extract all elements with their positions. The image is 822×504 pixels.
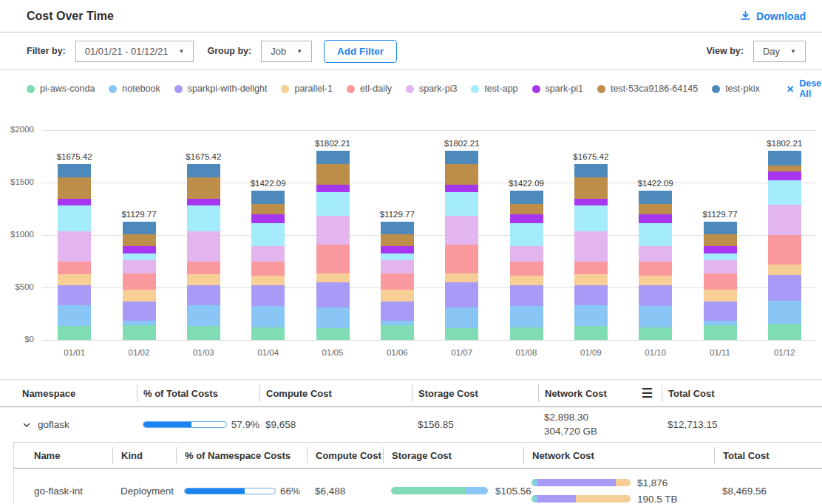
cost-over-time-chart: $2000$1500$1000$500$0$1675.4201/01$1129.… [0,105,822,361]
bar-segment-parallel-1 [316,273,350,282]
bar-segment-etl-daily [316,245,350,273]
bar-segment-test-53ca9186-64145 [251,204,285,214]
bar-segment-pi-aws-conda [768,324,801,340]
legend-item-test-53ca9186-64145[interactable]: test-53ca9186-64145 [597,84,698,94]
col-storage-cost: Storage Cost [412,384,538,402]
legend-item-spark-pi1[interactable]: spark-pi1 [532,84,583,94]
legend-label: notebook [122,84,160,94]
col-compute-cost: Compute Cost [259,384,412,402]
bar-segment-test-app [768,180,801,205]
legend-item-test-app[interactable]: test-app [471,84,517,94]
bar-01/10[interactable]: $1422.09 [639,179,673,340]
bar-01/04[interactable]: $1422.09 [251,179,285,340]
legend-item-spark-pi3[interactable]: spark-pi3 [406,84,457,94]
legend-label: spark-pi3 [419,84,457,94]
page-title: Cost Over Time [27,10,114,23]
x-axis-tick: 01/12 [753,348,816,357]
bar-total-label: $1422.09 [509,179,544,188]
bar-total-label: $1802.21 [444,139,480,148]
chart-legend: pi-aws-condanotebooksparkpi-with-delight… [0,70,822,105]
bar-01/02[interactable]: $1129.77 [122,210,156,340]
bar-segment-sparkpi-with-delight [639,285,672,306]
bar-segment-parallel-1 [510,276,543,285]
legend-label: spark-pi1 [546,84,583,94]
table-row[interactable]: go-flask-int Deployment 66% $6,488 $105.… [14,469,822,504]
bar-stack [639,191,672,340]
bar-segment-pi-aws-conda [187,326,220,340]
group-by-dropdown[interactable]: Job ▼ [261,41,312,62]
x-axis-tick: 01/11 [688,348,752,357]
view-by-dropdown[interactable]: Day ▼ [753,41,806,62]
bar-segment-spark-pi3 [58,231,91,262]
legend-item-pi-aws-conda[interactable]: pi-aws-conda [27,84,95,94]
bar-segment-test-pkix [768,151,801,166]
bar-segment-spark-pi1 [58,199,91,205]
bar-stack [251,191,285,340]
network-transfer-value: 304,720 GB [544,426,662,437]
bar-segment-etl-daily [58,262,91,274]
legend-item-test-pkix[interactable]: test-pkix [712,84,760,94]
y-axis-tick: $1000 [0,230,34,239]
pct-namespace-progress-bar [184,488,276,494]
bar-segment-spark-pi3 [316,216,350,245]
bar-segment-etl-daily [704,273,737,290]
col-total-cost: Total Cost [714,447,822,463]
legend-item-parallel-1[interactable]: parallel-1 [281,84,332,94]
pct-total-progress-bar [143,421,227,428]
bar-total-label: $1675.42 [186,152,221,161]
bar-01/12[interactable]: $1802.21 [767,139,801,340]
chevron-down-icon: ▼ [790,48,796,55]
bar-segment-test-pkix [639,191,672,204]
bar-segment-notebook [768,301,801,323]
bar-segment-test-53ca9186-64145 [639,204,672,214]
bar-segment-pi-aws-conda [639,327,672,341]
chevron-down-icon: ▼ [179,48,185,55]
bar-01/05[interactable]: $1802.21 [316,139,350,340]
legend-item-sparkpi-with-delight[interactable]: sparkpi-with-delight [174,84,268,94]
gridline [42,287,816,288]
deselect-all-button[interactable]: ✕ Deselect All [787,78,822,99]
bar-segment-notebook [251,306,285,327]
bar-01/08[interactable]: $1422.09 [509,179,543,340]
bar-01/03[interactable]: $1675.42 [186,152,220,340]
legend-item-notebook[interactable]: notebook [109,84,160,94]
table-row[interactable]: goflask 57.9% $9,658 $156.85 $2,898.30 3… [0,407,822,442]
bar-segment-pi-aws-conda [251,327,285,341]
bar-segment-spark-pi3 [251,246,285,262]
bar-segment-pi-aws-conda [574,326,608,340]
bar-01/01[interactable]: $1675.42 [58,152,92,340]
bar-segment-test-app [639,223,672,246]
group-by-value: Job [271,46,286,57]
chevron-down-icon[interactable] [22,420,31,429]
bar-segment-notebook [574,305,608,326]
filter-by-label: Filter by: [27,46,66,56]
legend-item-etl-daily[interactable]: etl-daily [347,84,392,94]
bar-segment-sparkpi-with-delight [123,302,156,320]
bar-total-label: $1802.21 [767,139,802,148]
bar-segment-spark-pi3 [574,231,608,262]
bar-01/06[interactable]: $1129.77 [380,210,414,340]
add-filter-button[interactable]: Add Filter [324,40,397,63]
bar-01/07[interactable]: $1802.21 [445,139,479,340]
bar-segment-parallel-1 [251,276,285,285]
bar-segment-test-53ca9186-64145 [381,234,414,245]
download-button[interactable]: Download [740,10,806,22]
bar-stack [445,151,478,340]
bar-segment-test-53ca9186-64145 [58,177,91,199]
bar-segment-spark-pi1 [510,214,543,223]
bar-segment-spark-pi3 [123,260,156,273]
x-axis-tick: 01/01 [43,348,106,357]
date-range-dropdown[interactable]: 01/01/21 - 01/12/21 ▼ [75,41,194,62]
col-total-cost: Total Cost [662,384,822,402]
bar-segment-notebook [58,305,91,326]
gridline [42,340,816,341]
menu-icon[interactable]: ☰ [642,387,653,400]
bar-segment-spark-pi3 [381,260,414,273]
bar-total-label: $1802.21 [315,139,350,148]
bar-01/09[interactable]: $1675.42 [574,152,608,340]
close-icon: ✕ [787,84,794,95]
legend-dot [109,85,117,93]
bar-segment-sparkpi-with-delight [187,285,220,305]
bar-stack [187,164,220,340]
bar-01/11[interactable]: $1129.77 [703,210,737,340]
